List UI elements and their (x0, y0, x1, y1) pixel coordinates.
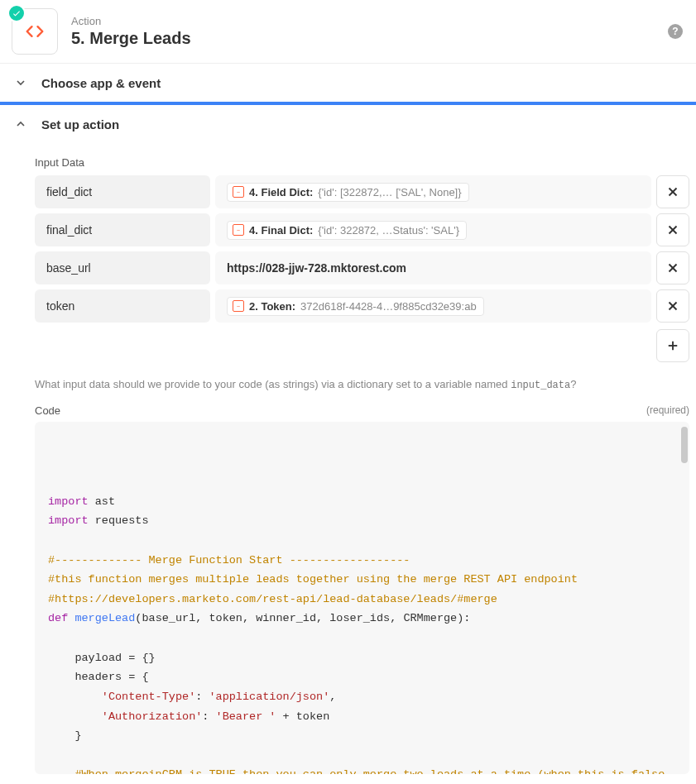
step-type-label: Action (71, 15, 668, 27)
code-editor[interactable]: import ast import requests #------------… (35, 422, 689, 774)
mapped-value-pill[interactable]: ~2. Token: 372d618f-4428-4…9f885cd32e39:… (227, 297, 484, 316)
help-icon[interactable]: ? (668, 24, 683, 39)
step-header: Action 5. Merge Leads ? (0, 0, 696, 63)
mapped-value-pill[interactable]: ~4. Final Dict: {'id': 322872, …Status':… (227, 221, 467, 240)
field-value-input[interactable]: https://028-jjw-728.mktorest.com (215, 251, 651, 284)
field-key-input[interactable]: base_url (35, 251, 210, 284)
field-key-input[interactable]: field_dict (35, 175, 210, 208)
add-field-button[interactable] (656, 329, 689, 362)
remove-field-button[interactable] (656, 175, 689, 208)
status-check-icon (7, 4, 26, 22)
app-icon-wrap (12, 8, 58, 55)
mapped-value-pill[interactable]: ~4. Field Dict: {'id': [322872,… ['SAL',… (227, 183, 469, 202)
field-key-input[interactable]: final_dict (35, 213, 210, 246)
field-key-input[interactable]: token (35, 289, 210, 323)
chevron-down-icon (13, 75, 28, 90)
section-setup-action[interactable]: Set up action (0, 103, 696, 143)
input-field-row: base_urlhttps://028-jjw-728.mktorest.com (35, 251, 689, 284)
step-ref-icon: ~ (233, 300, 244, 312)
section-choose-label: Choose app & event (41, 76, 161, 90)
code-label: Code (35, 404, 60, 417)
field-value-input[interactable]: ~4. Field Dict: {'id': [322872,… ['SAL',… (215, 175, 651, 208)
input-data-label: Input Data (35, 156, 689, 169)
chevron-up-icon (13, 117, 28, 131)
scrollbar-thumb[interactable] (681, 427, 688, 463)
section-setup-label: Set up action (41, 117, 119, 131)
remove-field-button[interactable] (656, 289, 689, 323)
remove-field-button[interactable] (656, 213, 689, 246)
input-data-hint: What input data should we provide to you… (35, 377, 689, 393)
remove-field-button[interactable] (656, 251, 689, 284)
section-choose-app[interactable]: Choose app & event (0, 63, 696, 103)
code-required-label: (required) (646, 404, 689, 417)
step-ref-icon: ~ (233, 224, 244, 236)
input-field-row: final_dict~4. Final Dict: {'id': 322872,… (35, 213, 689, 246)
step-title: 5. Merge Leads (71, 29, 668, 48)
input-field-row: token~2. Token: 372d618f-4428-4…9f885cd3… (35, 289, 689, 323)
step-ref-icon: ~ (233, 186, 244, 198)
field-value-input[interactable]: ~4. Final Dict: {'id': 322872, …Status':… (215, 213, 651, 246)
input-field-row: field_dict~4. Field Dict: {'id': [322872… (35, 175, 689, 208)
field-value-input[interactable]: ~2. Token: 372d618f-4428-4…9f885cd32e39:… (215, 289, 651, 323)
setup-body: Input Data field_dict~4. Field Dict: {'i… (0, 143, 696, 774)
